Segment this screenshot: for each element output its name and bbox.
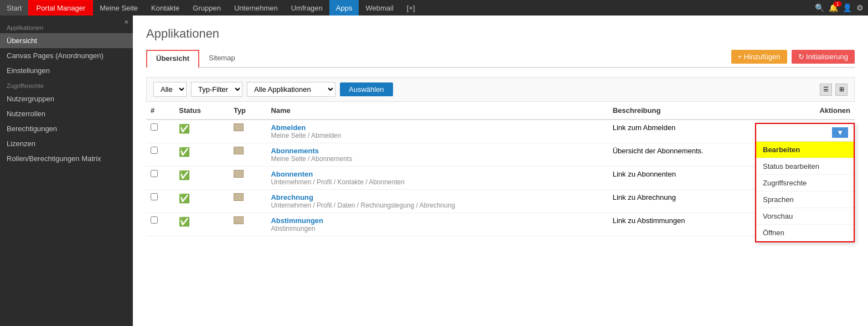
nav-item-umfragen[interactable]: Umfragen [285, 0, 329, 15]
search-icon[interactable]: 🔍 [815, 3, 824, 12]
sidebar-item-ubersicht[interactable]: Übersicht [0, 33, 133, 48]
cell-checkbox[interactable] [146, 143, 174, 167]
app-path: Meine Seite / Abonnements [271, 155, 603, 163]
app-path: Unternehmen / Profil / Daten / Rechnungs… [271, 201, 603, 209]
table-row: ✅ Abonnements Meine Seite / Abonnements … [146, 143, 855, 167]
cell-checkbox[interactable] [146, 167, 174, 190]
col-aktionen: Aktionen [784, 102, 855, 120]
cell-checkbox[interactable] [146, 120, 174, 143]
nav-item-gruppen[interactable]: Gruppen [186, 0, 228, 15]
nav-item-apps[interactable]: Apps [329, 0, 359, 15]
layout: × Applikationen Übersicht Canvas Pages (… [0, 15, 868, 326]
notifications-icon-wrap: 🔔 1 [829, 3, 838, 12]
aktionen-dropdown-toggle[interactable]: ▼ [832, 127, 848, 138]
app-name-link[interactable]: Abonnenten [271, 170, 603, 178]
page-title: Applikationen [146, 27, 855, 41]
type-icon [234, 216, 244, 224]
nav-item-meine-seite[interactable]: Meine Seite [93, 0, 144, 15]
tab-action-buttons: + Hinzufügen ↻ Initialisierung [731, 50, 855, 67]
sidebar-item-berechtigungen[interactable]: Berechtigungen [0, 121, 133, 136]
sidebar-close-button[interactable]: × [124, 18, 128, 26]
tab-ubersicht[interactable]: Übersicht [146, 50, 199, 68]
auswahlen-button[interactable]: Auswählen [340, 82, 393, 96]
app-path: Unternehmen / Profil / Kontakte / Abonne… [271, 178, 603, 186]
aktionen-dropdown: ▼ BearbeitenStatus bearbeitenZugriffsrec… [755, 123, 855, 242]
user-icon[interactable]: 👤 [843, 3, 852, 12]
cell-typ [229, 167, 267, 190]
col-beschreibung: Beschreibung [608, 102, 785, 120]
add-button[interactable]: + Hinzufügen [731, 50, 787, 64]
tab-sitemap[interactable]: Sitemap [199, 50, 245, 68]
filter-view-icons: ☰ ⊞ [820, 84, 848, 96]
status-green-icon: ✅ [179, 194, 190, 203]
type-icon [234, 147, 244, 154]
cell-status: ✅ [174, 143, 229, 167]
sidebar-item-einstellungen[interactable]: Einstellungen [0, 63, 133, 78]
dropdown-item-sprachen[interactable]: Sprachen [756, 192, 854, 208]
sidebar-section-label-zugriffsrechte: Zugriffsrechte [0, 78, 133, 91]
nav-item-kontakte[interactable]: Kontakte [144, 0, 186, 15]
sidebar-item-nutzerrollen[interactable]: Nutzerrollen [0, 106, 133, 121]
nav-item-start[interactable]: Start [0, 0, 28, 15]
sidebar: × Applikationen Übersicht Canvas Pages (… [0, 15, 133, 326]
top-nav: Start Portal Manager Meine Seite Kontakt… [0, 0, 868, 15]
dropdown-item-zugriffsrechte[interactable]: Zugriffsrechte [756, 175, 854, 192]
filter-row: Alle Typ-Filter Alle Applikationen Auswä… [146, 77, 855, 102]
dropdown-item-vorschau[interactable]: Vorschau [756, 208, 854, 225]
cell-name: Abrechnung Unternehmen / Profil / Daten … [266, 190, 608, 213]
sidebar-item-lizenzen[interactable]: Lizenzen [0, 136, 133, 151]
all-filter-select[interactable]: Alle [153, 82, 187, 97]
init-button[interactable]: ↻ Initialisierung [792, 50, 855, 64]
dropdown-item-status-bearbeiten[interactable]: Status bearbeiten [756, 158, 854, 175]
cell-status: ✅ [174, 167, 229, 190]
aktionen-dropdown-header: ▼ [756, 124, 854, 142]
table-row: ✅ Abonnenten Unternehmen / Profil / Kont… [146, 167, 855, 190]
status-green-icon: ✅ [179, 170, 190, 180]
cell-checkbox[interactable] [146, 213, 174, 236]
cell-typ [229, 190, 267, 213]
col-typ: Typ [229, 102, 267, 120]
tabs-bar: Übersicht Sitemap + Hinzufügen ↻ Initial… [146, 50, 855, 68]
col-name: Name [266, 102, 608, 120]
status-green-icon: ✅ [179, 147, 190, 157]
list-view-icon[interactable]: ☰ [820, 84, 832, 96]
sidebar-item-nutzergruppen[interactable]: Nutzergruppen [0, 91, 133, 106]
app-name-link[interactable]: Abrechnung [271, 193, 603, 201]
table-wrapper: # Status Typ Name Beschreibung Aktionen … [146, 102, 855, 236]
apps-filter-select[interactable]: Alle Applikationen [247, 82, 335, 97]
app-path: Abstimmungen [271, 225, 603, 232]
cell-typ [229, 213, 267, 236]
app-name-link[interactable]: Abmelden [271, 123, 603, 132]
cell-name: Abonnements Meine Seite / Abonnements [266, 143, 608, 167]
app-path: Meine Seite / Abmelden [271, 132, 603, 139]
table-row: ✅ Abstimmungen Abstimmungen Link zu Abst… [146, 213, 855, 236]
status-green-icon: ✅ [179, 217, 190, 226]
dropdown-item-öffnen[interactable]: Öffnen [756, 225, 854, 241]
nav-item-webmail[interactable]: Webmail [359, 0, 400, 15]
cell-name: Abonnenten Unternehmen / Profil / Kontak… [266, 167, 608, 190]
table-row: ✅ Abmelden Meine Seite / Abmelden Link z… [146, 120, 855, 143]
cell-name: Abmelden Meine Seite / Abmelden [266, 120, 608, 143]
settings-icon[interactable]: ⚙ [856, 3, 864, 12]
cell-checkbox[interactable] [146, 190, 174, 213]
col-hash: # [146, 102, 174, 120]
aktionen-dropdown-items: BearbeitenStatus bearbeitenZugriffsrecht… [756, 142, 854, 241]
nav-item-plus[interactable]: [+] [400, 0, 422, 15]
type-icon [234, 170, 244, 178]
cell-status: ✅ [174, 213, 229, 236]
nav-item-portal-manager[interactable]: Portal Manager [28, 0, 93, 15]
cell-status: ✅ [174, 190, 229, 213]
sidebar-item-canvas-pages[interactable]: Canvas Pages (Anordnungen) [0, 48, 133, 63]
sidebar-section-label-apps: Applikationen [0, 20, 133, 33]
status-green-icon: ✅ [179, 124, 190, 133]
cell-typ [229, 120, 267, 143]
nav-item-unternehmen[interactable]: Unternehmen [228, 0, 285, 15]
grid-view-icon[interactable]: ⊞ [835, 84, 848, 96]
dropdown-item-bearbeiten[interactable]: Bearbeiten [756, 142, 854, 158]
app-name-link[interactable]: Abstimmungen [271, 216, 603, 225]
sidebar-item-rollen-matrix[interactable]: Rollen/Berechtigungen Matrix [0, 151, 133, 166]
type-icon [234, 193, 244, 201]
type-filter-select[interactable]: Typ-Filter [191, 82, 242, 97]
app-table: # Status Typ Name Beschreibung Aktionen … [146, 102, 855, 236]
app-name-link[interactable]: Abonnements [271, 147, 603, 155]
